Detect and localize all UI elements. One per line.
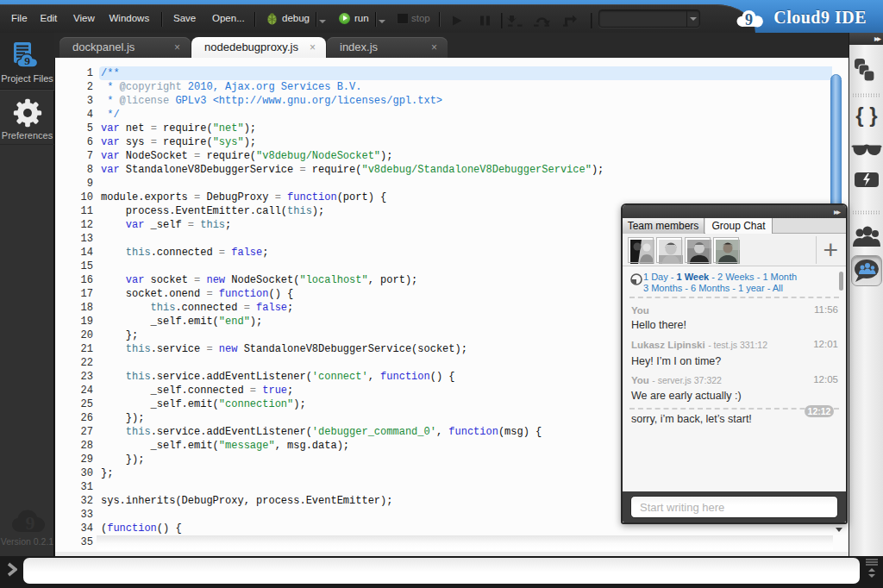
svg-text:9: 9	[26, 512, 35, 534]
svg-text:9: 9	[745, 11, 753, 28]
svg-text:9: 9	[24, 54, 30, 67]
